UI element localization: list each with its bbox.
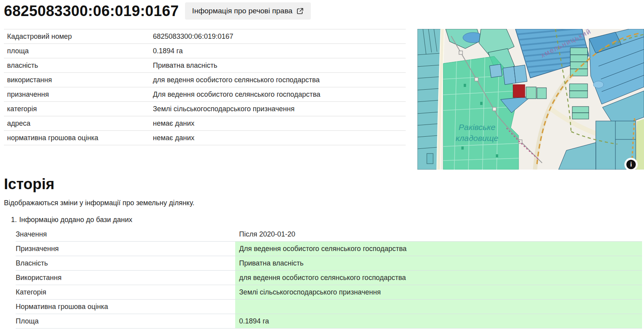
table-row: Власність Приватна власність: [16, 256, 642, 271]
row-value: Землі сільськогосподарського призначення: [235, 285, 642, 299]
table-row: нормативна грошова оцінка немає даних: [4, 131, 406, 145]
row-label: адреса: [4, 119, 153, 128]
top-section: Кадастровий номер 6825083300:06:019:0167…: [0, 29, 644, 170]
row-label: Значення: [16, 227, 235, 241]
row-value: немає даних: [153, 119, 406, 128]
cemetery-label-line2: кладовище: [456, 134, 499, 143]
row-label: Використання: [16, 271, 235, 285]
property-rights-button-label: Інформація про речові права: [192, 7, 292, 15]
table-row: категорія Землі сільськогосподарського п…: [4, 102, 406, 116]
history-section: Історія Відображаються зміни у інформаці…: [0, 176, 644, 329]
row-label: використання: [4, 76, 153, 84]
map-info-button[interactable]: i: [624, 158, 638, 170]
external-link-icon: [296, 7, 304, 15]
table-row: площа 0.1894 га: [4, 44, 406, 58]
history-entry-title: 1.Інформацію додано до бази даних: [4, 216, 644, 224]
table-row: Нормативна грошова оцінка: [16, 300, 642, 314]
property-rights-button[interactable]: Інформація про речові права: [185, 2, 311, 20]
row-value: Для ведення особистого селянського госпо…: [235, 242, 642, 256]
row-value: 6825083300:06:019:0167: [153, 33, 406, 41]
history-entry: 1.Інформацію додано до бази даних Значен…: [4, 216, 644, 329]
row-value: Після 2020-01-20: [235, 227, 642, 241]
table-row: адреса немає даних: [4, 116, 406, 131]
cadastral-parcel-page: 6825083300:06:019:0167 Інформація про ре…: [0, 0, 644, 336]
cemetery-label-line1: Раківське: [459, 123, 495, 132]
row-label: призначення: [4, 90, 153, 99]
table-row: власність Приватна власність: [4, 58, 406, 73]
history-heading: Історія: [4, 176, 644, 193]
highlighted-parcel[interactable]: [513, 85, 525, 98]
row-value: для ведення особистого селянського госпо…: [153, 76, 406, 84]
row-value: Землі сільськогосподарського призначення: [153, 105, 406, 113]
table-row: використання для ведення особистого селя…: [4, 73, 406, 87]
row-label: Власність: [16, 256, 235, 270]
row-label: Нормативна грошова оцінка: [16, 300, 235, 314]
row-value: для ведення особистого селянського госпо…: [235, 271, 642, 285]
row-label: нормативна грошова оцінка: [4, 134, 153, 142]
row-label: площа: [4, 47, 153, 55]
table-row: Призначення Для ведення особистого селян…: [16, 242, 642, 256]
row-label: Категорія: [16, 285, 235, 299]
page-title: 6825083300:06:019:0167: [4, 3, 179, 20]
table-row: Кадастровий номер 6825083300:06:019:0167: [4, 29, 406, 44]
row-label: Кадастровий номер: [4, 33, 153, 41]
row-value: 0.1894 га: [153, 47, 406, 55]
cadastral-map[interactable]: Раківське кладовище: [417, 29, 644, 170]
table-row: Категорія Землі сільськогосподарського п…: [16, 285, 642, 300]
parcel-info-table: Кадастровий номер 6825083300:06:019:0167…: [4, 29, 406, 145]
row-value: Приватна власність: [235, 256, 642, 270]
row-value: Для ведення особистого селянського госпо…: [153, 90, 406, 99]
entry-title-text: Інформацію додано до бази даних: [19, 216, 132, 224]
table-row: Використання для ведення особистого селя…: [16, 271, 642, 285]
row-value: немає даних: [153, 134, 406, 142]
table-row: Значення Після 2020-01-20: [16, 227, 642, 242]
row-value: [235, 300, 642, 314]
table-row: Площа 0.1894 га: [16, 314, 642, 329]
row-label: Площа: [16, 314, 235, 328]
table-row: призначення Для ведення особистого селян…: [4, 87, 406, 102]
page-header: 6825083300:06:019:0167 Інформація про ре…: [0, 0, 644, 20]
row-label: Призначення: [16, 242, 235, 256]
history-description: Відображаються зміни у інформації про зе…: [4, 199, 644, 207]
row-label: власність: [4, 61, 153, 70]
row-value: Приватна власність: [153, 61, 406, 70]
row-label: категорія: [4, 105, 153, 113]
entry-index: 1.: [11, 216, 17, 224]
row-value: 0.1894 га: [235, 314, 642, 328]
history-table: Значення Після 2020-01-20 Призначення Дл…: [16, 227, 642, 329]
info-icon: i: [626, 160, 636, 169]
